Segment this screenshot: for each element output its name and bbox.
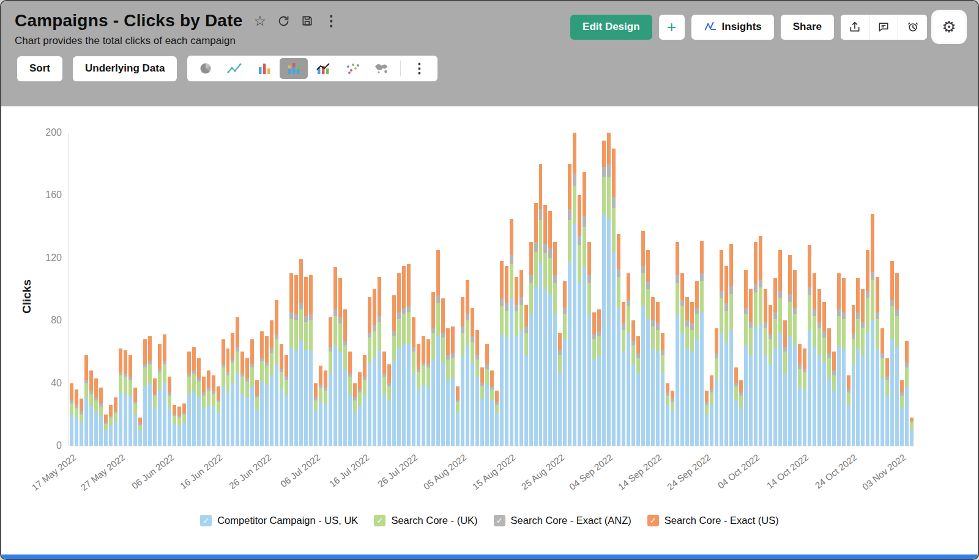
bar-101[interactable] [562, 133, 567, 446]
bar-144[interactable] [773, 133, 778, 446]
pie-chart-icon[interactable] [192, 58, 220, 79]
stacked-bar-chart-icon[interactable] [280, 58, 308, 79]
bar-106[interactable] [587, 133, 592, 446]
bar-136[interactable] [734, 133, 739, 446]
bar-135[interactable] [729, 133, 734, 446]
bar-99[interactable] [553, 133, 557, 446]
bar-85[interactable] [485, 133, 489, 446]
map-chart-icon[interactable] [368, 58, 396, 79]
bar-63[interactable] [377, 133, 382, 446]
bar-8[interactable] [108, 133, 113, 446]
bar-22[interactable] [177, 133, 182, 446]
bar-113[interactable] [621, 133, 626, 446]
bar-92[interactable] [519, 133, 524, 446]
bar-146[interactable] [783, 133, 787, 446]
bar-59[interactable] [357, 133, 362, 446]
bar-105[interactable] [582, 133, 587, 446]
bar-14[interactable] [138, 133, 143, 446]
bar-39[interactable] [259, 133, 264, 446]
bar-10[interactable] [118, 133, 123, 446]
bar-73[interactable] [426, 133, 431, 446]
bar-102[interactable] [567, 133, 572, 446]
bar-90[interactable] [509, 133, 514, 446]
bar-31[interactable] [221, 133, 226, 446]
bar-52[interactable] [323, 133, 328, 446]
bar-42[interactable] [274, 133, 279, 446]
bar-89[interactable] [504, 133, 509, 446]
bar-97[interactable] [543, 133, 548, 446]
bar-147[interactable] [787, 133, 792, 446]
bar-7[interactable] [103, 133, 108, 446]
bar-29[interactable] [211, 133, 216, 446]
bar-41[interactable] [269, 133, 274, 446]
bar-127[interactable] [690, 133, 694, 446]
bar-78[interactable] [450, 133, 455, 446]
bar-111[interactable] [611, 133, 616, 446]
bar-161[interactable] [855, 133, 860, 446]
bar-68[interactable] [401, 133, 406, 446]
bar-158[interactable] [841, 133, 846, 446]
bar-159[interactable] [846, 133, 851, 446]
bar-21[interactable] [172, 133, 177, 446]
alerts-button[interactable] [898, 15, 927, 40]
bar-170[interactable] [899, 133, 904, 446]
underlying-data-button[interactable]: Underlying Data [73, 56, 177, 81]
bar-134[interactable] [724, 133, 729, 446]
bar-49[interactable] [308, 133, 313, 446]
bar-17[interactable] [152, 133, 157, 446]
bar-64[interactable] [382, 133, 387, 446]
bar-66[interactable] [392, 133, 396, 446]
bar-86[interactable] [489, 133, 494, 446]
bar-79[interactable] [455, 133, 460, 446]
bar-109[interactable] [601, 133, 606, 446]
insights-button[interactable]: Insights [691, 15, 774, 40]
bar-133[interactable] [719, 133, 724, 446]
bar-123[interactable] [670, 133, 675, 446]
bar-116[interactable] [636, 133, 641, 446]
bar-13[interactable] [133, 133, 138, 446]
bar-44[interactable] [284, 133, 289, 446]
bar-96[interactable] [538, 133, 543, 446]
bar-93[interactable] [524, 133, 529, 446]
legend-item[interactable]: ✓Competitor Campaign - US, UK [200, 515, 358, 526]
bar-5[interactable] [94, 133, 99, 446]
bar-30[interactable] [216, 133, 221, 446]
bar-67[interactable] [396, 133, 401, 446]
bar-58[interactable] [352, 133, 357, 446]
bar-26[interactable] [196, 133, 201, 446]
legend-item[interactable]: ✓Search Core - Exact (US) [647, 515, 779, 526]
bar-75[interactable] [436, 133, 441, 446]
bar-153[interactable] [817, 133, 822, 446]
bar-167[interactable] [885, 133, 890, 446]
bar-76[interactable] [441, 133, 445, 446]
bar-95[interactable] [534, 133, 538, 446]
bar-83[interactable] [475, 133, 480, 446]
bar-114[interactable] [626, 133, 631, 446]
bar-38[interactable] [255, 133, 259, 446]
bar-82[interactable] [470, 133, 475, 446]
bar-32[interactable] [226, 133, 231, 446]
comments-button[interactable] [869, 15, 898, 40]
bar-152[interactable] [812, 133, 817, 446]
bar-142[interactable] [763, 133, 768, 446]
bar-47[interactable] [299, 133, 303, 446]
bar-110[interactable] [606, 133, 611, 446]
bar-6[interactable] [99, 133, 103, 446]
bar-164[interactable] [870, 133, 875, 446]
bar-154[interactable] [822, 133, 827, 446]
bar-chart-icon[interactable] [250, 58, 278, 79]
bar-36[interactable] [245, 133, 250, 446]
bar-100[interactable] [557, 133, 562, 446]
bar-61[interactable] [367, 133, 372, 446]
bar-3[interactable] [84, 133, 89, 446]
bar-62[interactable] [372, 133, 377, 446]
bar-129[interactable] [699, 133, 704, 446]
bar-2[interactable] [79, 133, 84, 446]
bar-88[interactable] [499, 133, 504, 446]
bar-155[interactable] [827, 133, 832, 446]
bar-119[interactable] [650, 133, 655, 446]
bar-48[interactable] [303, 133, 308, 446]
bar-128[interactable] [694, 133, 699, 446]
bar-162[interactable] [860, 133, 865, 446]
bar-46[interactable] [294, 133, 299, 446]
